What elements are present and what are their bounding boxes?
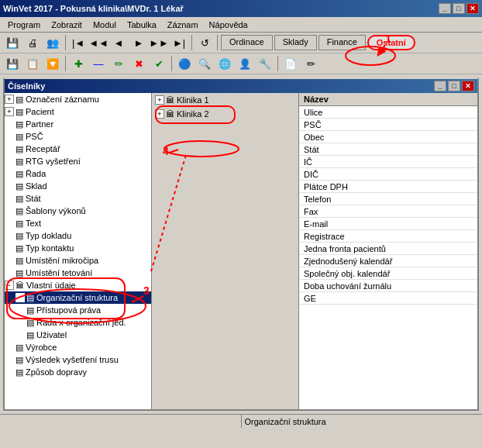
tree-expander[interactable]: -	[5, 281, 14, 290]
right-item-12[interactable]: Zjednodušený kalendář	[299, 255, 477, 267]
left-tree-item-16[interactable]: ▤Organizační struktura	[5, 291, 151, 304]
left-tree-item-11[interactable]: ▤Typ dokladu	[5, 229, 151, 242]
tab-ostatni[interactable]: Ostatní	[367, 35, 415, 50]
inner-window: Číselníky _ □ ✕ +▤Označení záznamu+▤Paci…	[3, 78, 479, 411]
toolbar2-icon12[interactable]: ✏	[301, 55, 320, 72]
middle-tree-item-0[interactable]: +🏛Klinika 1	[152, 93, 298, 107]
left-tree-item-6[interactable]: ▤Řada	[5, 167, 151, 180]
left-tree-item-0[interactable]: +▤Označení záznamu	[5, 93, 151, 105]
inner-maximize-btn[interactable]: □	[448, 81, 460, 91]
left-tree-item-19[interactable]: ▤Uživatel	[5, 329, 151, 341]
tree-expander	[15, 305, 25, 315]
toolbar-print-btn[interactable]: 🖨	[23, 34, 42, 51]
right-item-14[interactable]: Doba uchování žurnálu	[299, 280, 477, 292]
tree-expander[interactable]: +	[5, 107, 14, 116]
left-tree-item-4[interactable]: ▤Receptář	[5, 143, 151, 155]
toolbar-back-btn[interactable]: ◄	[109, 34, 128, 51]
left-tree-item-15[interactable]: -🏛Vlastní údaje	[5, 279, 151, 291]
close-button[interactable]: ✕	[467, 3, 479, 14]
tree-label: RTG vyšetření	[26, 157, 81, 166]
menu-napoveda[interactable]: Nápověda	[205, 19, 253, 31]
right-item-11[interactable]: Jedna fronta pacientů	[299, 243, 477, 255]
toolbar-save-btn[interactable]: 💾	[3, 34, 22, 51]
tab-ordinace[interactable]: Ordinace	[221, 35, 273, 50]
left-tree-item-21[interactable]: ▤Výsledek vyšetření trusu	[5, 353, 151, 366]
left-tree-item-20[interactable]: ▤Výrobce	[5, 341, 151, 353]
tree-expander	[5, 144, 14, 153]
left-tree-item-10[interactable]: ▤Text	[5, 217, 151, 229]
toolbar2-icon10[interactable]: 🔧	[256, 55, 274, 72]
right-item-0[interactable]: Ulice	[299, 106, 477, 119]
right-item-5[interactable]: DIČ	[299, 168, 477, 181]
right-item-13[interactable]: Společný obj. kalendář	[299, 267, 477, 280]
maximize-button[interactable]: □	[453, 3, 465, 14]
right-item-4[interactable]: IČ	[299, 156, 477, 168]
toolbar2-icon11[interactable]: 📄	[281, 55, 300, 72]
left-tree-item-12[interactable]: ▤Typ kontaktu	[5, 242, 151, 254]
toolbar-refresh-btn[interactable]: ↺	[195, 34, 214, 51]
left-tree-panel[interactable]: +▤Označení záznamu+▤Pacient▤Partner▤PSČ▤…	[5, 93, 152, 409]
right-item-1[interactable]: PSČ	[299, 119, 477, 131]
right-item-15[interactable]: GE	[299, 292, 477, 305]
menu-modul[interactable]: Modul	[88, 19, 121, 31]
right-item-7[interactable]: Telefon	[299, 193, 477, 205]
left-tree-item-22[interactable]: ▤Způsob dopravy	[5, 366, 151, 378]
inner-close-btn[interactable]: ✕	[462, 81, 474, 91]
left-tree-item-17[interactable]: ▤Přístupová práva	[5, 304, 151, 316]
right-item-3[interactable]: Stát	[299, 143, 477, 156]
middle-tree-panel[interactable]: +🏛Klinika 1+🏛Klinika 2	[152, 93, 299, 409]
toolbar2-remove-btn[interactable]: —	[89, 55, 108, 72]
minimize-button[interactable]: _	[439, 3, 451, 14]
toolbar-fwd-btn[interactable]: ►	[129, 34, 148, 51]
tree-label: Označení záznamu	[26, 95, 99, 104]
middle-tree-expander[interactable]: +	[155, 95, 164, 105]
right-item-2[interactable]: Obec	[299, 131, 477, 143]
menu-program[interactable]: Program	[3, 19, 45, 31]
left-tree-item-7[interactable]: ▤Sklad	[5, 180, 151, 192]
toolbar2-check-btn[interactable]: ✔	[150, 55, 168, 72]
toolbar2-add-btn[interactable]: ✚	[69, 55, 88, 72]
toolbar2-btn1[interactable]: 💾	[3, 55, 22, 72]
toolbar2-btn2[interactable]: 📋	[23, 55, 42, 72]
tree-icon: ▤	[15, 157, 23, 167]
toolbar-first-btn[interactable]: |◄	[69, 34, 88, 51]
toolbar2-icon9[interactable]: 👤	[236, 55, 254, 72]
left-tree-item-2[interactable]: ▤Partner	[5, 118, 151, 130]
tree-expander	[5, 181, 14, 191]
toolbar-people-btn[interactable]: 👥	[43, 34, 62, 51]
tree-expander[interactable]: +	[5, 95, 14, 104]
toolbar-last-btn[interactable]: ►|	[170, 34, 188, 51]
right-details-panel[interactable]: Název UlicePSČObecStátIČDIČPlátce DPHTel…	[299, 93, 477, 409]
toolbar2-del-btn[interactable]: ✖	[129, 55, 148, 72]
sep3	[217, 35, 218, 50]
left-tree-item-3[interactable]: ▤PSČ	[5, 130, 151, 143]
left-tree-item-8[interactable]: ▤Stát	[5, 192, 151, 205]
toolbar2-filter-btn[interactable]: 🔽	[43, 55, 62, 72]
right-item-8[interactable]: Fax	[299, 205, 477, 218]
menu-tabulka[interactable]: Tabulka	[122, 19, 161, 31]
tab-sklady[interactable]: Sklady	[274, 35, 317, 50]
left-tree-item-9[interactable]: ▤Šablony výkonů	[5, 205, 151, 217]
toolbar2-icon6[interactable]: 🔵	[175, 55, 194, 72]
left-tree-item-1[interactable]: +▤Pacient	[5, 105, 151, 118]
menu-zaznam[interactable]: Záznam	[163, 19, 203, 31]
toolbar2-icon8[interactable]: 🌐	[215, 55, 234, 72]
middle-tree-item-1[interactable]: +🏛Klinika 2	[152, 107, 298, 121]
right-item-9[interactable]: E-mail	[299, 218, 477, 230]
left-tree-item-18[interactable]: ▤Řada x organizační jed.	[5, 316, 151, 329]
left-tree-item-13[interactable]: ▤Umístění mikročipa	[5, 254, 151, 267]
middle-tree-expander[interactable]: +	[155, 109, 164, 119]
toolbar2-edit-btn[interactable]: ✏	[109, 55, 128, 72]
tree-expander	[5, 219, 14, 228]
inner-minimize-btn[interactable]: _	[434, 81, 446, 91]
menu-zobrazit[interactable]: Zobrazit	[46, 19, 87, 31]
tab-finance[interactable]: Finance	[318, 35, 366, 50]
toolbar-ffwd-btn[interactable]: ►►	[150, 34, 168, 51]
toolbar2-icon7[interactable]: 🔍	[195, 55, 214, 72]
sep5	[171, 56, 172, 71]
toolbar-prev-btn[interactable]: ◄◄	[89, 34, 108, 51]
right-item-6[interactable]: Plátce DPH	[299, 181, 477, 193]
right-item-10[interactable]: Registrace	[299, 230, 477, 243]
left-tree-item-14[interactable]: ▤Umístění tetování	[5, 267, 151, 279]
left-tree-item-5[interactable]: ▤RTG vyšetření	[5, 155, 151, 167]
